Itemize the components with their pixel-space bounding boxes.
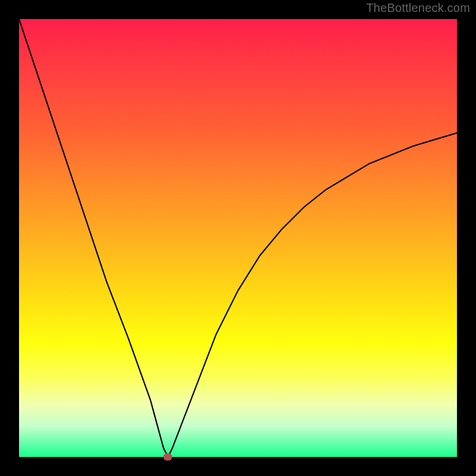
watermark-text: TheBottleneck.com [366,1,470,15]
bottleneck-curve [19,19,457,457]
optimal-point-marker [164,453,172,461]
plot-area [19,19,457,457]
